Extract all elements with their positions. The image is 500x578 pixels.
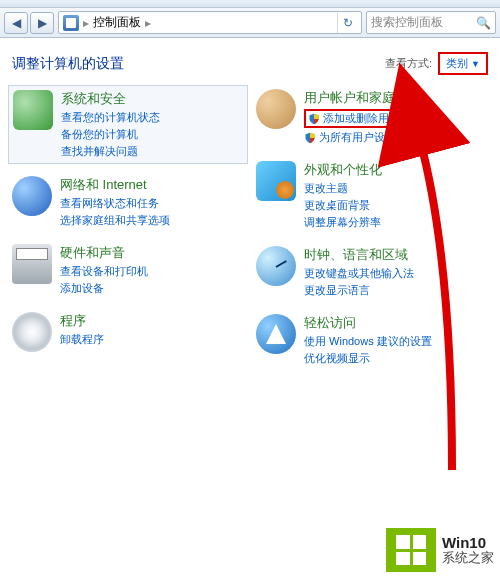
windows-logo-icon xyxy=(396,535,426,565)
category-title[interactable]: 外观和个性化 xyxy=(304,161,382,179)
clock-icon xyxy=(256,246,296,286)
category-title[interactable]: 硬件和声音 xyxy=(60,244,148,262)
control-panel-icon xyxy=(63,15,79,31)
appearance-icon xyxy=(256,161,296,201)
breadcrumb-item[interactable]: 控制面板 xyxy=(93,14,141,31)
chevron-right-icon: ▸ xyxy=(145,16,151,30)
category-title[interactable]: 网络和 Internet xyxy=(60,176,170,194)
parental-controls-link[interactable]: 为所有用户设置家长控制 xyxy=(304,130,440,145)
category-link[interactable]: 调整屏幕分辨率 xyxy=(304,215,382,230)
ease-of-access-icon xyxy=(256,314,296,354)
page-title: 调整计算机的设置 xyxy=(12,55,124,73)
category-link[interactable]: 查看设备和打印机 xyxy=(60,264,148,279)
printer-icon xyxy=(12,244,52,284)
disc-icon xyxy=(12,312,52,352)
toolbar: ◀ ▶ ▸ 控制面板 ▸ ↻ 搜索控制面板 🔍 xyxy=(0,8,500,38)
category-appearance: 外观和个性化 更改主题 更改桌面背景 调整屏幕分辨率 xyxy=(252,157,492,234)
category-link[interactable]: 优化视频显示 xyxy=(304,351,432,366)
search-icon: 🔍 xyxy=(476,16,491,30)
category-link[interactable]: 选择家庭组和共享选项 xyxy=(60,213,170,228)
right-column: 用户帐户和家庭安全 添加或删除用户帐户 为所有用户设置家长控制 外观和个性化 更… xyxy=(252,85,492,370)
category-link[interactable]: 添加设备 xyxy=(60,281,148,296)
category-link[interactable]: 使用 Windows 建议的设置 xyxy=(304,334,432,349)
category-link[interactable]: 更改桌面背景 xyxy=(304,198,382,213)
category-hardware: 硬件和声音 查看设备和打印机 添加设备 xyxy=(8,240,248,300)
category-link[interactable]: 更改键盘或其他输入法 xyxy=(304,266,414,281)
watermark-line1: Win10 xyxy=(442,535,494,552)
forward-button[interactable]: ▶ xyxy=(30,12,54,34)
watermark: Win10 系统之家 xyxy=(386,528,494,572)
category-link[interactable]: 更改显示语言 xyxy=(304,283,414,298)
category-title[interactable]: 用户帐户和家庭安全 xyxy=(304,89,440,107)
uac-shield-icon xyxy=(304,132,316,144)
view-by-dropdown[interactable]: 类别 ▼ xyxy=(438,52,488,75)
categories-grid: 系统和安全 查看您的计算机状态 备份您的计算机 查找并解决问题 网络和 Inte… xyxy=(0,85,500,378)
shield-green-icon xyxy=(13,90,53,130)
back-button[interactable]: ◀ xyxy=(4,12,28,34)
window-titlebar xyxy=(0,0,500,8)
category-title[interactable]: 程序 xyxy=(60,312,104,330)
left-column: 系统和安全 查看您的计算机状态 备份您的计算机 查找并解决问题 网络和 Inte… xyxy=(8,85,248,370)
category-link[interactable]: 卸载程序 xyxy=(60,332,104,347)
search-placeholder: 搜索控制面板 xyxy=(371,14,443,31)
watermark-logo xyxy=(386,528,436,572)
breadcrumb[interactable]: ▸ 控制面板 ▸ ↻ xyxy=(58,11,362,34)
chevron-right-icon: ▸ xyxy=(83,16,89,30)
category-title[interactable]: 系统和安全 xyxy=(61,90,160,108)
users-icon xyxy=(256,89,296,129)
category-accounts: 用户帐户和家庭安全 添加或删除用户帐户 为所有用户设置家长控制 xyxy=(252,85,492,149)
refresh-button[interactable]: ↻ xyxy=(337,13,357,33)
view-by-value: 类别 xyxy=(446,56,468,71)
link-text: 添加或删除用户帐户 xyxy=(323,111,422,126)
category-title[interactable]: 时钟、语言和区域 xyxy=(304,246,414,264)
category-clock: 时钟、语言和区域 更改键盘或其他输入法 更改显示语言 xyxy=(252,242,492,302)
watermark-line2: 系统之家 xyxy=(442,551,494,565)
globe-icon xyxy=(12,176,52,216)
header-row: 调整计算机的设置 查看方式: 类别 ▼ xyxy=(0,38,500,85)
highlight-box: 添加或删除用户帐户 xyxy=(304,109,440,128)
view-by: 查看方式: 类别 ▼ xyxy=(385,52,488,75)
category-title[interactable]: 轻松访问 xyxy=(304,314,432,332)
view-by-label: 查看方式: xyxy=(385,56,432,71)
category-link[interactable]: 查看您的计算机状态 xyxy=(61,110,160,125)
chevron-down-icon: ▼ xyxy=(471,59,480,69)
link-text: 为所有用户设置家长控制 xyxy=(319,130,440,145)
category-link[interactable]: 查找并解决问题 xyxy=(61,144,160,159)
watermark-text: Win10 系统之家 xyxy=(442,535,494,566)
category-network: 网络和 Internet 查看网络状态和任务 选择家庭组和共享选项 xyxy=(8,172,248,232)
category-programs: 程序 卸载程序 xyxy=(8,308,248,356)
uac-shield-icon xyxy=(308,113,320,125)
category-ease-of-access: 轻松访问 使用 Windows 建议的设置 优化视频显示 xyxy=(252,310,492,370)
category-system-security: 系统和安全 查看您的计算机状态 备份您的计算机 查找并解决问题 xyxy=(8,85,248,164)
search-input[interactable]: 搜索控制面板 🔍 xyxy=(366,11,496,34)
nav-buttons: ◀ ▶ xyxy=(4,11,54,34)
category-link[interactable]: 备份您的计算机 xyxy=(61,127,160,142)
category-link[interactable]: 查看网络状态和任务 xyxy=(60,196,170,211)
category-link[interactable]: 更改主题 xyxy=(304,181,382,196)
add-remove-user-link[interactable]: 添加或删除用户帐户 xyxy=(308,111,422,126)
